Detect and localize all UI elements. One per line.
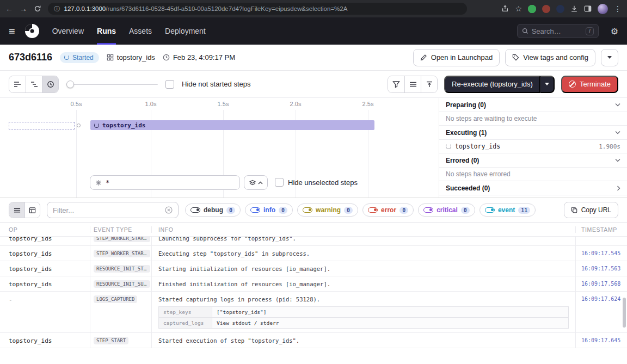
nav-hamburger-icon[interactable]: ≡: [9, 25, 15, 38]
downloads-icon[interactable]: [570, 5, 578, 13]
browser-menu-icon[interactable]: ⋮: [614, 5, 622, 13]
primary-nav: Overview Runs Assets Deployment: [52, 17, 206, 45]
side-panel-icon[interactable]: [584, 5, 592, 13]
log-timestamp[interactable]: [576, 237, 627, 245]
url-path: /runs/673d6116-0528-45df-a510-00a5120de7…: [106, 5, 347, 12]
succeeded-section-header[interactable]: Succeeded (0): [439, 181, 627, 195]
browser-profile-avatar[interactable]: [598, 4, 608, 14]
log-info: Starting initialization of resources [io…: [152, 261, 576, 276]
step-query-input[interactable]: [106, 179, 235, 187]
axis-tick: 0.5s: [71, 101, 82, 107]
captured-logs-link[interactable]: View stdout / stderr: [212, 318, 283, 328]
log-timestamp[interactable]: 16:09:17.563: [576, 261, 627, 276]
log-filter-field[interactable]: [47, 202, 179, 218]
run-status-badge: Started: [60, 52, 99, 63]
log-row[interactable]: topstory_ids STEP_WORKER_STARTED Executi…: [0, 246, 627, 261]
gantt-step-bar[interactable]: topstory_ids: [90, 120, 374, 130]
log-timestamp[interactable]: 16:09:17.624: [576, 292, 627, 332]
log-list-view-button[interactable]: [9, 202, 24, 218]
executing-section-header[interactable]: Executing (1): [439, 126, 627, 140]
hide-not-started-checkbox[interactable]: [165, 80, 174, 89]
site-info-icon[interactable]: ⓘ: [54, 5, 60, 13]
view-waterfall-button[interactable]: [26, 76, 42, 92]
log-row[interactable]: topstory_ids RESOURCE_INIT_STARTED Start…: [0, 261, 627, 276]
browser-reload-icon[interactable]: [34, 5, 41, 13]
chip-critical[interactable]: critical 0: [418, 203, 475, 217]
view-flat-button[interactable]: [9, 76, 26, 92]
toggle-icon: [250, 207, 260, 213]
reexecute-options-button[interactable]: [540, 76, 555, 93]
log-timestamp[interactable]: 16:09:17.545: [576, 246, 627, 261]
event-type-badge: STEP_START: [94, 337, 128, 344]
chip-error[interactable]: error 0: [362, 203, 414, 217]
log-structured-view-button[interactable]: [24, 202, 40, 218]
log-timestamp[interactable]: 16:09:17.568: [576, 276, 627, 291]
terminate-button[interactable]: Terminate: [561, 76, 618, 93]
search-shortcut-key: /: [586, 27, 594, 35]
run-id: 673d6116: [9, 52, 52, 63]
event-type-badge: RESOURCE_INIT_STARTED: [94, 265, 150, 273]
metadata-key: step_keys: [159, 307, 212, 317]
run-more-actions-button[interactable]: [601, 49, 618, 66]
reexecute-button[interactable]: Re-execute (topstory_ids): [444, 76, 540, 93]
step-query-presets-button[interactable]: [244, 175, 268, 190]
gantt-minimap-box[interactable]: [9, 122, 75, 129]
nav-item-runs[interactable]: Runs: [97, 17, 116, 45]
log-row[interactable]: topstory_ids STEP_START Started executio…: [0, 333, 627, 348]
step-query-field[interactable]: [90, 175, 240, 190]
copy-url-button[interactable]: Copy URL: [564, 202, 618, 218]
log-info: Started execution of step "topstory_ids"…: [152, 333, 576, 348]
log-panel: debug 0 info 0 warning 0 error 0 critica…: [0, 198, 627, 364]
filter-funnel-button[interactable]: [388, 76, 404, 92]
header-info: INFO: [152, 226, 576, 233]
hide-unselected-checkbox[interactable]: [275, 178, 284, 187]
open-in-launchpad-button[interactable]: Open in Launchpad: [413, 49, 500, 66]
nav-item-deployment[interactable]: Deployment: [165, 17, 206, 45]
log-filter-input[interactable]: [53, 206, 162, 214]
share-icon[interactable]: [501, 5, 509, 13]
step-selector-icon: [95, 180, 102, 186]
bookmark-star-icon[interactable]: ☆: [515, 5, 522, 13]
chip-event[interactable]: event 11: [480, 203, 536, 217]
errored-empty-text: No steps have errored: [439, 168, 627, 181]
slider-track: [66, 84, 158, 85]
chip-debug[interactable]: debug 0: [185, 203, 241, 217]
log-timestamp[interactable]: 16:09:17.645: [576, 333, 627, 348]
view-tags-config-button[interactable]: View tags and config: [505, 49, 595, 66]
metadata-row: step_keys ["topstory_ids"]: [159, 307, 568, 318]
extension-red-icon[interactable]: [542, 5, 550, 13]
view-timed-button[interactable]: [42, 76, 58, 92]
executing-spinner-icon: [446, 144, 451, 149]
browser-back-icon[interactable]: ←: [5, 5, 13, 13]
dagster-logo[interactable]: [24, 23, 40, 39]
nav-item-overview[interactable]: Overview: [52, 17, 84, 45]
header-event-type: EVENT TYPE: [90, 226, 152, 233]
gantt-zoom-slider[interactable]: [66, 84, 158, 85]
log-row[interactable]: topstory_ids STEP_WORKER_STARTING Launch…: [0, 237, 627, 246]
log-row[interactable]: - LOGS_CAPTURED Started capturing logs i…: [0, 292, 627, 333]
pencil-icon: [420, 54, 427, 61]
log-scrollbar-thumb[interactable]: [623, 298, 626, 328]
row-density-button[interactable]: [404, 76, 421, 92]
executing-step-duration: 1.980s: [599, 143, 620, 150]
search-input[interactable]: [532, 27, 582, 35]
browser-forward-icon[interactable]: →: [20, 5, 27, 13]
job-name-chip[interactable]: topstory_ids: [107, 53, 155, 61]
chip-info[interactable]: info 0: [245, 203, 293, 217]
clear-filter-icon[interactable]: [165, 206, 173, 214]
errored-section-header[interactable]: Errored (0): [439, 153, 627, 168]
extension-paw-icon[interactable]: [556, 5, 564, 13]
log-row[interactable]: topstory_ids RESOURCE_INIT_SUCCESS Finis…: [0, 276, 627, 292]
nav-item-assets[interactable]: Assets: [129, 17, 152, 45]
settings-gear-icon[interactable]: ⚙: [611, 26, 618, 36]
chip-warning[interactable]: warning 0: [297, 203, 358, 217]
extension-green-icon[interactable]: [528, 5, 536, 13]
preparing-section-header[interactable]: Preparing (0): [439, 98, 627, 112]
hide-unselected-label: Hide unselected steps: [288, 178, 358, 187]
collapse-all-button[interactable]: [421, 76, 437, 92]
executing-step-name[interactable]: topstory_ids: [455, 143, 500, 150]
slider-knob[interactable]: [66, 81, 74, 88]
step-spinner-icon: [94, 123, 99, 128]
global-search[interactable]: /: [517, 24, 599, 38]
address-bar[interactable]: ⓘ 127.0.0.1:3000/runs/673d6116-0528-45df…: [48, 3, 467, 15]
